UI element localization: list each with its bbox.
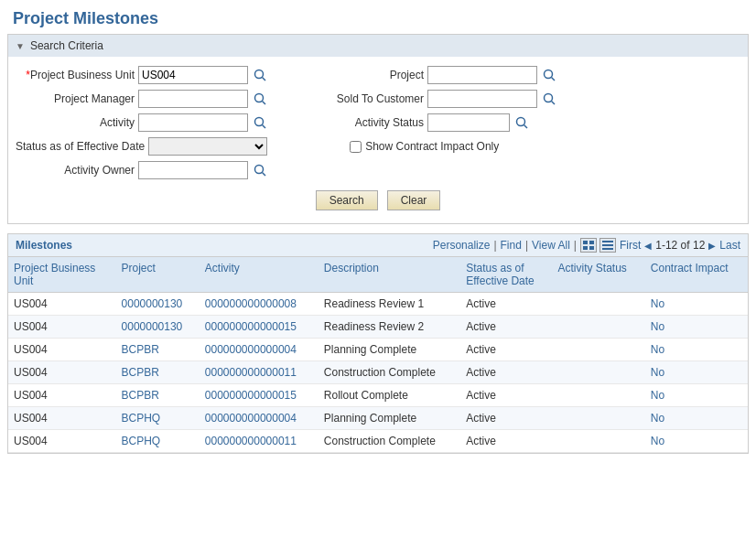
cell-contract-impact[interactable]: No	[645, 316, 748, 339]
cell-activity-status	[553, 384, 645, 407]
last-button[interactable]: Last	[719, 239, 740, 252]
cell-project[interactable]: BCPBR	[116, 339, 200, 361]
pm-lookup-icon[interactable]	[252, 91, 268, 107]
cell-description: Planning Complete	[319, 407, 460, 430]
form-row-4: Status as of Effective Date Active Inact…	[16, 137, 740, 156]
cell-activity-status	[553, 316, 645, 339]
activity-lookup-icon[interactable]	[252, 114, 268, 131]
activity-status-label: Activity Status	[305, 116, 424, 129]
milestones-table: Project BusinessUnit Project Activity De…	[8, 257, 748, 453]
cell-contract-impact[interactable]: No	[645, 430, 748, 453]
cell-activity[interactable]: 000000000000004	[200, 339, 319, 361]
svg-line-7	[552, 102, 556, 105]
show-contract-impact-label: Show Contract Impact Only	[365, 140, 499, 153]
page-title: Project Milestones	[0, 0, 756, 34]
pbu-group: **Project Business UnitProject Business …	[16, 66, 268, 84]
prev-icon[interactable]: ◀	[644, 241, 652, 251]
search-form: **Project Business UnitProject Business …	[8, 57, 748, 223]
cell-activity[interactable]: 000000000000004	[200, 407, 319, 430]
project-lookup-icon[interactable]	[541, 67, 557, 83]
status-date-select[interactable]: Active Inactive	[148, 137, 267, 156]
activity-status-group: Activity Status	[305, 113, 530, 132]
activity-owner-input[interactable]	[138, 161, 248, 179]
activity-group: Activity	[16, 113, 268, 132]
cell-status-date: Active	[460, 361, 552, 384]
cell-project[interactable]: 0000000130	[116, 316, 200, 339]
table-row: US004 BCPBR 000000000000004 Planning Com…	[8, 339, 748, 361]
cell-pbu: US004	[8, 407, 116, 430]
sold-to-input[interactable]	[427, 90, 537, 108]
activity-status-lookup-icon[interactable]	[513, 114, 530, 131]
cell-description: Planning Complete	[319, 339, 460, 361]
cell-contract-impact[interactable]: No	[645, 293, 748, 316]
collapse-icon: ▼	[16, 41, 25, 51]
svg-point-6	[545, 94, 553, 102]
page-info: 1-12 of 12	[655, 239, 705, 252]
search-criteria-toggle[interactable]: ▼ Search Criteria	[8, 35, 748, 57]
clear-button[interactable]: Clear	[387, 190, 441, 210]
cell-project[interactable]: BCPBR	[116, 361, 200, 384]
sold-to-group: Sold To Customer	[305, 90, 557, 108]
view-all-link[interactable]: View All	[532, 239, 570, 252]
activity-status-input[interactable]	[427, 113, 510, 132]
grid-icon[interactable]	[580, 238, 597, 253]
first-button[interactable]: First	[620, 239, 641, 252]
cell-project[interactable]: BCPBR	[116, 384, 200, 407]
activity-input[interactable]	[138, 113, 248, 132]
svg-rect-14	[583, 241, 588, 244]
cell-contract-impact[interactable]: No	[645, 407, 748, 430]
col-project: Project	[116, 257, 200, 293]
cell-contract-impact[interactable]: No	[645, 384, 748, 407]
table-row: US004 BCPHQ 000000000000011 Construction…	[8, 430, 748, 453]
cell-pbu: US004	[8, 430, 116, 453]
svg-point-8	[255, 118, 264, 126]
cell-status-date: Active	[460, 293, 552, 316]
cell-description: Readiness Review 1	[319, 293, 460, 316]
cell-status-date: Active	[460, 316, 552, 339]
form-row-2: Project Manager Sold To Customer	[16, 90, 740, 108]
pbu-lookup-icon[interactable]	[252, 67, 268, 83]
svg-line-13	[263, 173, 266, 177]
col-activity: Activity	[200, 257, 319, 293]
cell-activity[interactable]: 000000000000015	[200, 384, 319, 407]
col-status-date: Status as ofEffective Date	[460, 257, 552, 293]
cell-project[interactable]: 0000000130	[116, 293, 200, 316]
cell-activity[interactable]: 000000000000011	[200, 430, 319, 453]
personalize-link[interactable]: Personalize	[433, 239, 491, 252]
cell-project[interactable]: BCPHQ	[116, 430, 200, 453]
status-date-label: Status as of Effective Date	[16, 140, 145, 153]
pm-group: Project Manager	[16, 90, 268, 108]
cell-activity[interactable]: 000000000000011	[200, 361, 319, 384]
find-link[interactable]: Find	[501, 239, 522, 252]
cell-description: Rollout Complete	[319, 384, 460, 407]
svg-point-0	[255, 70, 264, 79]
svg-rect-18	[602, 241, 613, 242]
results-panel: Milestones Personalize | Find | View All…	[7, 233, 749, 454]
pbu-label: **Project Business UnitProject Business …	[16, 69, 135, 81]
pm-input[interactable]	[138, 90, 248, 108]
cell-activity[interactable]: 000000000000015	[200, 316, 319, 339]
cell-activity-status	[553, 430, 645, 453]
cell-pbu: US004	[8, 316, 116, 339]
cell-pbu: US004	[8, 384, 116, 407]
results-title: Milestones	[16, 239, 72, 252]
sold-to-lookup-icon[interactable]	[541, 91, 557, 107]
table-icon[interactable]	[599, 238, 616, 253]
cell-contract-impact[interactable]: No	[645, 361, 748, 384]
show-contract-impact-checkbox[interactable]	[350, 141, 362, 153]
svg-rect-19	[602, 244, 613, 246]
cell-project[interactable]: BCPHQ	[116, 407, 200, 430]
next-icon[interactable]: ▶	[708, 241, 716, 251]
cell-status-date: Active	[460, 407, 552, 430]
cell-contract-impact[interactable]: No	[645, 339, 748, 361]
project-input[interactable]	[427, 66, 537, 84]
pbu-input[interactable]	[138, 66, 248, 84]
search-button[interactable]: Search	[316, 190, 378, 210]
cell-activity[interactable]: 000000000000008	[200, 293, 319, 316]
cell-status-date: Active	[460, 430, 552, 453]
activity-owner-lookup-icon[interactable]	[252, 162, 268, 178]
cell-pbu: US004	[8, 339, 116, 361]
button-row: Search Clear	[16, 185, 740, 214]
project-group: Project	[305, 66, 557, 84]
col-contract-impact: Contract Impact	[645, 257, 748, 293]
